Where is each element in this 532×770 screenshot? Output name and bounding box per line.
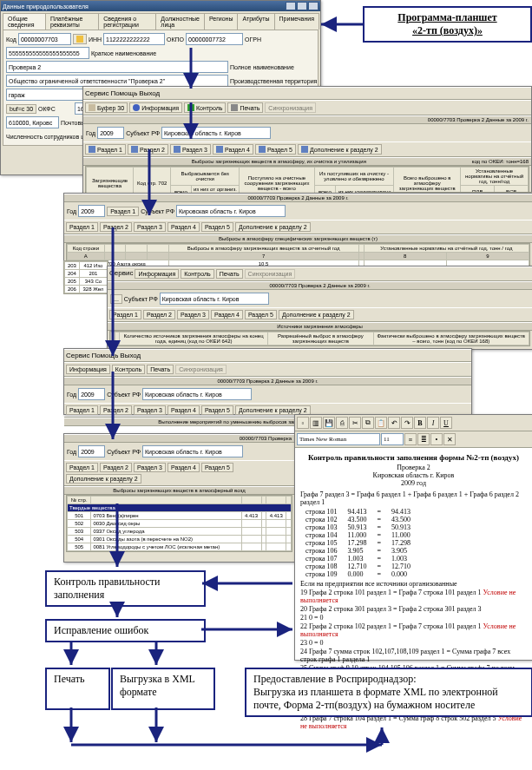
table-row[interactable]: 203412 Изо [65,262,108,270]
tab-persons[interactable]: Должностные лица [155,13,205,30]
nav3-d[interactable]: Дополнение к разделу 2 [279,310,354,319]
nav-r1[interactable]: Раздел 1 [85,144,126,155]
btn-buf[interactable]: Буфер 30 [85,102,128,113]
nav4-2[interactable]: Раздел 2 [100,405,132,415]
nav2-5[interactable]: Раздел 5 [201,222,233,232]
redo-icon[interactable]: ↷ [401,417,413,429]
tb3-info[interactable]: Информация [135,269,179,279]
nav4-4[interactable]: Раздел 4 [167,405,200,415]
nav3-5[interactable]: Раздел 5 [245,310,277,319]
btn-info[interactable]: Информация [129,102,182,113]
tb3-sync[interactable]: Синхронизация [245,269,296,279]
inp-subj2[interactable]: Кировская область г. Киров [176,205,286,217]
nav5-5[interactable]: Раздел 5 [201,463,233,472]
print-icon[interactable]: ⎙ [336,417,348,429]
tb4-sync[interactable]: Синхронизация [175,365,227,374]
nav5-1[interactable]: Раздел 1 [66,463,98,472]
nav2-1[interactable]: Раздел 1 [66,222,98,232]
btn-sync[interactable]: Синхронизация [265,102,316,113]
nav3-1[interactable]: Раздел 1 [109,310,141,319]
cut-icon[interactable]: ✂ [349,417,361,429]
maximize-icon[interactable] [297,2,307,10]
nav5-3[interactable]: Раздел 3 [134,463,166,472]
inp-okpo[interactable]: 00000007732 [186,33,243,45]
nav-r5[interactable]: Раздел 5 [255,144,296,155]
undo-icon[interactable]: ↶ [388,417,400,429]
nav-r3[interactable]: Раздел 3 [170,144,211,155]
inp-god[interactable]: 2009 [97,127,124,139]
tb3-ctrl[interactable]: Контроль [181,269,213,279]
copy-icon[interactable]: ⧉ [362,417,374,429]
tab-notes[interactable]: Примечания [274,13,319,30]
table-row[interactable]: 206328 Жел [65,286,108,293]
nav2-d[interactable]: Дополнение к разделу 2 [235,222,311,232]
titlebar-main[interactable]: Данные природопользователя [1,1,320,11]
nav2-3[interactable]: Раздел 3 [134,222,166,232]
nav5-2[interactable]: Раздел 2 [100,463,132,472]
nav5-4[interactable]: Раздел 4 [167,463,200,472]
nav5-d[interactable]: Дополнение к разделу 2 [66,474,141,484]
nav4-1[interactable]: Раздел 1 [66,405,98,415]
inp-kratk[interactable]: Проверка 2 [6,61,228,73]
grid-sect3[interactable]: Количество источников загрязнения атмосф… [109,331,530,346]
table-row[interactable]: 205343 Со [65,278,108,286]
tb4-info[interactable]: Информация [66,365,110,374]
grid-sect2-left[interactable]: 203412 Изо 204201 205343 Со 206328 Жел [63,260,108,294]
paste-icon[interactable]: 📋 [375,417,387,429]
nav3-a[interactable]: ... [110,294,122,304]
bold-icon[interactable]: B [414,417,426,429]
table-row[interactable]: 204201 [65,270,108,278]
open-icon[interactable]: ▥ [310,417,322,429]
pick-kod[interactable] [73,34,87,44]
table-row[interactable]: 5040301 Оксиды азота (в пересчете на NO2… [68,536,292,543]
save-icon[interactable]: 💾 [323,417,335,429]
nav-r2[interactable]: Раздел 2 [128,144,168,155]
tb3-print[interactable]: Печать [216,269,243,279]
inp-yur[interactable]: 610000, Кировс [6,116,59,128]
table-row[interactable]: 5030337 Оксид углерода [68,528,292,536]
tab-regions[interactable]: Регионы [204,13,239,30]
nav3-2[interactable]: Раздел 2 [143,310,175,319]
tb4-ctrl[interactable]: Контроль [112,365,145,374]
table-row[interactable]: 5010703 Бенз(а)пирен4.4134.413 [68,512,292,520]
btn-okved[interactable]: buf=c 30 [6,104,36,114]
close-icon[interactable] [308,2,319,10]
inp-inn[interactable]: 1122222222222 [103,33,165,45]
inp-fontsize[interactable]: 11 [381,433,404,445]
tab-general[interactable]: Общие сведения [3,13,46,30]
mnu-exit[interactable]: Выход [139,89,160,97]
align-left-icon[interactable]: ≡ [404,433,417,445]
nav3-4[interactable]: Раздел 4 [211,310,243,319]
table-row[interactable]: 5020030 Диоксид серы [68,520,292,528]
align-center-icon[interactable]: ≣ [417,433,430,445]
underline-icon[interactable]: U [440,417,452,429]
new-icon[interactable]: ▫ [297,417,309,429]
grid-sect5[interactable]: № стр. Твердые вещества 5010703 Бенз(а)п… [66,495,292,552]
close-icon[interactable]: ✕ [443,433,456,445]
btn-ctrl[interactable]: Контроль [184,102,226,113]
nav4-3[interactable]: Раздел 3 [134,405,166,415]
mnu-help[interactable]: Помощь [110,89,137,97]
inp-font[interactable]: Times New Roman [297,433,380,445]
inp-kod[interactable]: 00000007703 [18,33,71,45]
minimize-icon[interactable] [286,2,296,10]
inp-poln[interactable]: Общество ограниченной ответственности "П… [6,75,228,87]
tb4-print[interactable]: Печать [147,365,174,374]
nav2-r[interactable]: Раздел 1 [107,207,139,216]
nav2-4[interactable]: Раздел 4 [167,222,200,232]
italic-icon[interactable]: I [427,417,439,429]
mnu-service[interactable]: Сервис [85,89,108,97]
tab-pay[interactable]: Платёжные реквизиты [45,13,99,30]
bullets-icon[interactable]: • [430,433,443,445]
tab-attr[interactable]: Атрибуты [237,13,274,30]
btn-print[interactable]: Печать [227,102,263,113]
inp-subj[interactable]: Кировская область г. Киров [161,127,271,139]
tab-reg[interactable]: Сведения о регистрации [98,13,156,30]
table-row[interactable]: 5050081 Углеводороды с учетом ЛОС (исклю… [68,543,292,551]
nav4-5[interactable]: Раздел 5 [201,405,233,415]
nav3-3[interactable]: Раздел 3 [177,310,209,319]
nav2-2[interactable]: Раздел 2 [100,222,132,232]
nav-r4[interactable]: Раздел 4 [213,144,253,155]
inp-god2[interactable]: 2009 [78,205,105,217]
nav-dop[interactable]: Дополнение к разделу 2 [298,144,382,155]
